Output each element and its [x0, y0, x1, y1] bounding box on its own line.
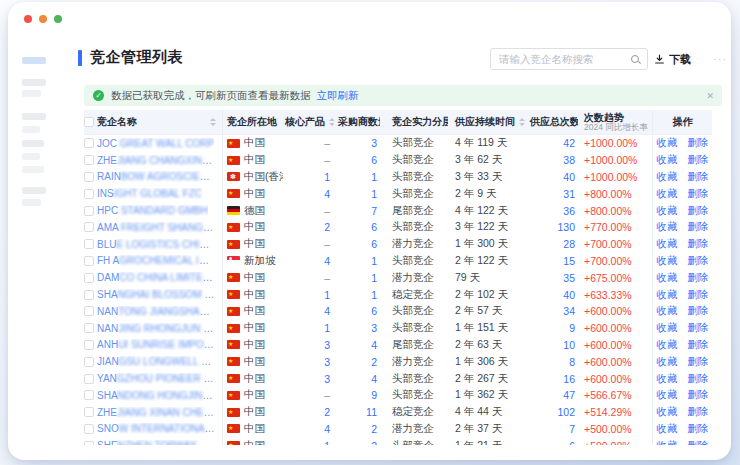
- delete-link[interactable]: 删除: [683, 288, 713, 302]
- favorite-link[interactable]: 收藏: [652, 153, 683, 167]
- supply-total-link[interactable]: 34: [528, 303, 578, 320]
- delete-link[interactable]: 删除: [683, 388, 713, 402]
- favorite-link[interactable]: 收藏: [652, 136, 683, 150]
- buyers-count-link[interactable]: 4: [334, 337, 380, 354]
- sidebar-placeholder-item[interactable]: [22, 153, 40, 160]
- supply-total-link[interactable]: 16: [528, 370, 578, 387]
- row-checkbox[interactable]: [84, 273, 94, 283]
- row-checkbox[interactable]: [84, 306, 94, 316]
- favorite-link[interactable]: 收藏: [652, 321, 683, 335]
- buyers-count-link[interactable]: 6: [334, 219, 380, 236]
- supply-total-link[interactable]: 28: [528, 236, 578, 253]
- delete-link[interactable]: 删除: [683, 170, 713, 184]
- buyers-count-link[interactable]: 4: [334, 370, 380, 387]
- company-name-link[interactable]: AMA FREIGHT SHANGHAI CO LTD: [97, 222, 215, 233]
- company-name-link[interactable]: NANTONG JIANGSHAN AGROCHE...: [97, 306, 215, 317]
- buyers-count-link[interactable]: 6: [334, 303, 380, 320]
- buyers-count-link[interactable]: 6: [334, 152, 380, 169]
- core-products-count[interactable]: 4: [283, 253, 334, 270]
- company-name-link[interactable]: JOC GREAT WALL CORP: [97, 138, 214, 149]
- favorite-link[interactable]: 收藏: [652, 187, 683, 201]
- delete-link[interactable]: 删除: [683, 136, 713, 150]
- row-checkbox[interactable]: [84, 323, 94, 333]
- sidebar-placeholder-item[interactable]: [22, 126, 40, 133]
- favorite-link[interactable]: 收藏: [652, 439, 683, 445]
- row-checkbox[interactable]: [84, 155, 94, 165]
- delete-link[interactable]: 删除: [683, 422, 713, 436]
- sidebar-placeholder-item[interactable]: [22, 79, 46, 86]
- company-name-link[interactable]: ANHUI SUNRISE IMPORT AND EXP...: [97, 339, 215, 350]
- supply-total-link[interactable]: 15: [528, 253, 578, 270]
- core-products-count[interactable]: 2: [283, 404, 334, 421]
- supply-total-link[interactable]: 6: [528, 437, 578, 445]
- row-checkbox[interactable]: [84, 290, 94, 300]
- favorite-link[interactable]: 收藏: [652, 204, 683, 218]
- sidebar-placeholder-item[interactable]: [22, 199, 41, 206]
- favorite-link[interactable]: 收藏: [652, 405, 683, 419]
- delete-link[interactable]: 删除: [683, 237, 713, 251]
- buyers-count-link[interactable]: 1: [334, 185, 380, 202]
- buyers-count-link[interactable]: 3: [334, 320, 380, 337]
- delete-link[interactable]: 删除: [683, 439, 713, 445]
- delete-link[interactable]: 删除: [683, 204, 713, 218]
- company-name-link[interactable]: FH AGROCHEMICAL INTERNATION...: [97, 255, 215, 266]
- favorite-link[interactable]: 收藏: [652, 254, 683, 268]
- delete-link[interactable]: 删除: [683, 338, 713, 352]
- favorite-link[interactable]: 收藏: [652, 388, 683, 402]
- buyers-count-link[interactable]: 6: [334, 236, 380, 253]
- delete-link[interactable]: 删除: [683, 405, 713, 419]
- supply-total-link[interactable]: 9: [528, 320, 578, 337]
- buyers-count-link[interactable]: 1: [334, 286, 380, 303]
- delete-link[interactable]: 删除: [683, 304, 713, 318]
- supply-total-link[interactable]: 31: [528, 185, 578, 202]
- row-checkbox[interactable]: [84, 189, 94, 199]
- company-name-link[interactable]: DAMCO CHINA LIMITED SHANGHA...: [97, 272, 215, 283]
- sidebar-active-item[interactable]: [22, 57, 46, 64]
- favorite-link[interactable]: 收藏: [652, 220, 683, 234]
- buyers-count-link[interactable]: 1: [334, 169, 380, 186]
- supply-total-link[interactable]: 10: [528, 337, 578, 354]
- company-name-link[interactable]: ZHEJIANG CHANGXING ZHENGSH...: [97, 155, 215, 166]
- search-input[interactable]: [499, 53, 630, 65]
- row-checkbox[interactable]: [84, 424, 94, 434]
- sidebar-placeholder-item[interactable]: [22, 140, 44, 147]
- core-products-count[interactable]: 1: [283, 437, 334, 445]
- buyers-count-link[interactable]: 1: [334, 269, 380, 286]
- company-name-link[interactable]: HPC STANDARD GMBH: [97, 205, 208, 216]
- supply-total-link[interactable]: 40: [528, 286, 578, 303]
- company-name-link[interactable]: SNOW INTERNATIONAL TRADING ...: [97, 423, 215, 434]
- delete-link[interactable]: 删除: [683, 321, 713, 335]
- delete-link[interactable]: 删除: [683, 355, 713, 369]
- row-checkbox[interactable]: [84, 407, 94, 417]
- buyers-count-link[interactable]: 2: [334, 421, 380, 438]
- supply-total-link[interactable]: 7: [528, 421, 578, 438]
- supply-total-link[interactable]: 36: [528, 202, 578, 219]
- select-all-checkbox[interactable]: [84, 117, 94, 127]
- supply-total-link[interactable]: 47: [528, 387, 578, 404]
- supply-total-link[interactable]: 8: [528, 353, 578, 370]
- buyers-count-link[interactable]: 11: [334, 404, 380, 421]
- buyers-count-link[interactable]: 2: [334, 353, 380, 370]
- company-name-link[interactable]: SHANDONG HONGJING LOGITSTI...: [97, 390, 215, 401]
- supply-total-link[interactable]: 38: [528, 152, 578, 169]
- row-checkbox[interactable]: [84, 206, 94, 216]
- row-checkbox[interactable]: [84, 138, 94, 148]
- core-products-count[interactable]: 1: [283, 286, 334, 303]
- row-checkbox[interactable]: [84, 357, 94, 367]
- core-products-count[interactable]: 2: [283, 219, 334, 236]
- favorite-link[interactable]: 收藏: [652, 355, 683, 369]
- favorite-link[interactable]: 收藏: [652, 422, 683, 436]
- favorite-link[interactable]: 收藏: [652, 237, 683, 251]
- row-checkbox[interactable]: [84, 390, 94, 400]
- core-products-count[interactable]: 4: [283, 185, 334, 202]
- sidebar-placeholder-item[interactable]: [22, 187, 46, 194]
- supply-total-link[interactable]: 40: [528, 169, 578, 186]
- company-name-link[interactable]: SHENZHEN TOPWAY TRADING: [97, 440, 215, 445]
- row-checkbox[interactable]: [84, 340, 94, 350]
- delete-link[interactable]: 删除: [683, 372, 713, 386]
- core-products-count[interactable]: 3: [283, 337, 334, 354]
- refresh-now-link[interactable]: 立即刷新: [317, 89, 359, 103]
- company-name-link[interactable]: YANGZHOU PIONEER CHEMICAL ...: [97, 373, 215, 384]
- favorite-link[interactable]: 收藏: [652, 304, 683, 318]
- core-products-count[interactable]: 3: [283, 353, 334, 370]
